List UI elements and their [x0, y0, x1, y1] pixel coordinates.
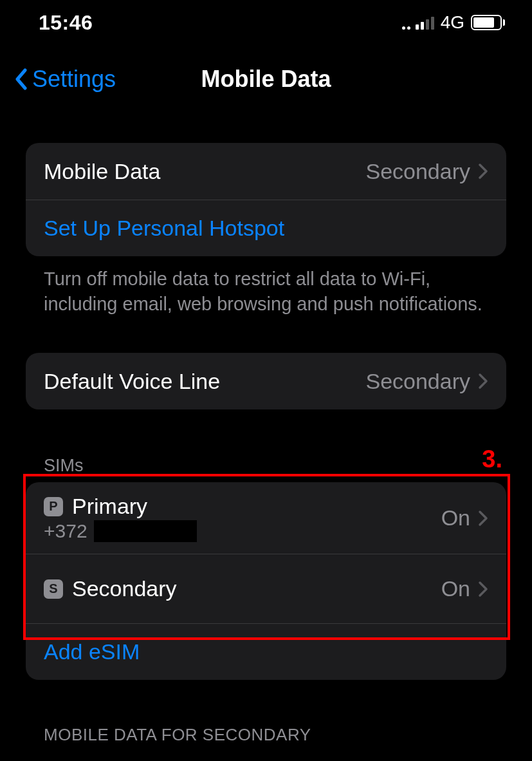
sim-name: Secondary [72, 576, 441, 601]
mobile-data-secondary-header: MOBILE DATA FOR SECONDARY [26, 725, 506, 751]
sims-group: P Primary +372 On S Secondary On Add eSI… [26, 482, 506, 680]
chevron-right-icon [478, 163, 488, 180]
chevron-right-icon [478, 581, 488, 597]
voice-line-value: Secondary [365, 369, 470, 394]
status-bar: 15:46 4G [0, 0, 532, 45]
mobile-data-label: Mobile Data [44, 159, 365, 184]
battery-icon [471, 15, 505, 30]
mobile-data-footer: Turn off mobile data to restrict all dat… [26, 256, 506, 317]
mobile-data-row[interactable]: Mobile Data Secondary [26, 143, 506, 200]
voice-line-label: Default Voice Line [44, 369, 365, 394]
chevron-right-icon [478, 373, 488, 390]
sims-header: SIMs [26, 456, 506, 482]
personal-hotspot-row[interactable]: Set Up Personal Hotspot [26, 200, 506, 256]
personal-hotspot-label: Set Up Personal Hotspot [44, 216, 488, 241]
redacted-number [94, 520, 197, 542]
back-button[interactable]: Settings [14, 66, 116, 93]
add-esim-label: Add eSIM [44, 639, 488, 664]
sim-status: On [441, 505, 470, 531]
sim-row-secondary[interactable]: S Secondary On [26, 554, 506, 623]
network-type-label: 4G [441, 12, 464, 33]
sim-row-primary[interactable]: P Primary +372 On [26, 482, 506, 554]
add-esim-row[interactable]: Add eSIM [26, 623, 506, 680]
mobile-data-value: Secondary [365, 159, 470, 184]
sim-badge-primary-icon: P [44, 497, 63, 516]
chevron-right-icon [478, 510, 488, 527]
chevron-left-icon [14, 68, 28, 90]
mobile-data-group: Mobile Data Secondary Set Up Personal Ho… [26, 143, 506, 256]
sim-name: Primary [72, 494, 147, 519]
status-indicators: 4G [402, 12, 505, 33]
sim-badge-secondary-icon: S [44, 579, 63, 599]
page-title: Mobile Data [201, 66, 331, 93]
sim-phone-prefix: +372 [44, 520, 87, 542]
default-voice-line-row[interactable]: Default Voice Line Secondary [26, 353, 506, 409]
status-time: 15:46 [39, 11, 93, 35]
annotation-number: 3. [482, 446, 502, 473]
back-label: Settings [32, 66, 116, 93]
navigation-bar: Settings Mobile Data [0, 45, 532, 111]
sim-phone-number: +372 [44, 520, 441, 542]
voice-line-group: Default Voice Line Secondary [26, 353, 506, 409]
sim-status: On [441, 576, 470, 601]
dual-sim-signal-icon [402, 15, 434, 30]
